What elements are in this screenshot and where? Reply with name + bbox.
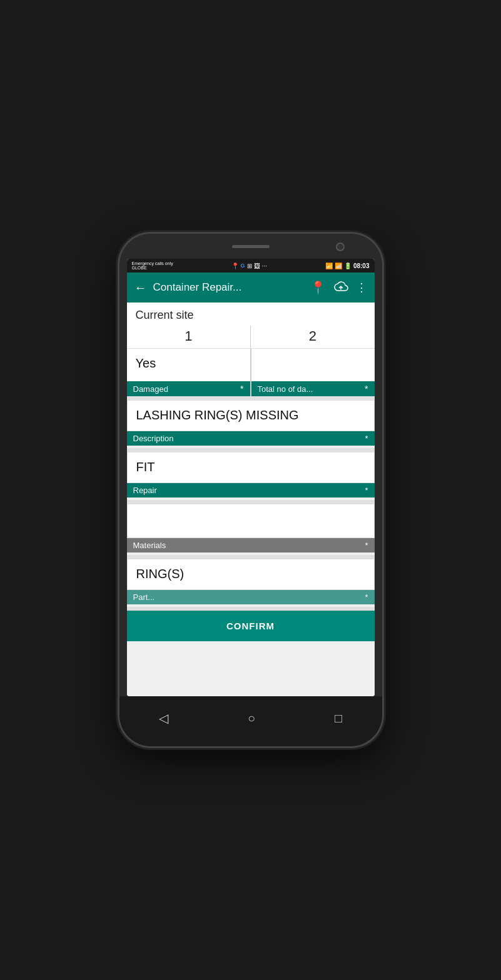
signal-icon: 📶 <box>335 262 342 269</box>
total-damage-label: Total no of da... * <box>251 381 375 396</box>
time-display: 08:03 <box>353 262 370 269</box>
emergency-text: Emergency calls only <box>132 261 173 266</box>
parts-label: Part... * <box>127 590 375 604</box>
repair-required: * <box>365 486 368 495</box>
google-icon: G <box>241 262 245 269</box>
parts-label-text: Part... <box>133 592 155 602</box>
status-icons: 📍 G ⊞ 🖼 ··· <box>231 262 267 269</box>
more-icon: ··· <box>262 262 267 269</box>
phone-shell: Emergency calls only GLOBE 📍 G ⊞ 🖼 ··· 📶… <box>119 234 382 746</box>
total-damage-block: Total no of da... * <box>251 349 375 396</box>
materials-value[interactable] <box>127 504 375 538</box>
repair-value[interactable]: FIT <box>127 452 375 483</box>
repair-block: FIT Repair * <box>127 452 375 498</box>
confirm-button[interactable]: CONFIRM <box>127 611 375 641</box>
repair-label: Repair * <box>127 483 375 498</box>
materials-label-text: Materials <box>133 541 166 550</box>
main-content: Current site 1 2 Yes Damaged * <box>127 302 375 696</box>
back-button[interactable]: ← <box>134 281 147 295</box>
total-damage-required: * <box>365 384 368 394</box>
recent-nav-button[interactable]: □ <box>330 706 347 731</box>
parts-block: RING(S) Part... * <box>127 559 375 604</box>
col-header-1: 1 <box>127 326 251 348</box>
repair-label-text: Repair <box>133 486 157 495</box>
description-label-text: Description <box>133 434 174 443</box>
description-label: Description * <box>127 431 375 446</box>
damaged-label-text: Damaged <box>133 384 168 394</box>
screen: Emergency calls only GLOBE 📍 G ⊞ 🖼 ··· 📶… <box>127 259 375 696</box>
status-right: 📶 📶 🔋 08:03 <box>325 262 370 269</box>
status-left: Emergency calls only GLOBE <box>132 261 173 270</box>
col-header-2: 2 <box>251 326 375 348</box>
total-damage-value[interactable] <box>251 349 375 381</box>
description-value[interactable]: LASHING RING(S) MISSING <box>127 400 375 431</box>
current-site-label: Current site <box>136 309 194 321</box>
home-nav-button[interactable]: ○ <box>243 706 260 731</box>
current-site-header: Current site <box>127 302 375 326</box>
cloud-upload-icon[interactable] <box>333 280 348 296</box>
battery-icon: 🔋 <box>344 262 352 269</box>
back-nav-button[interactable]: ◁ <box>154 706 173 731</box>
description-required: * <box>365 434 368 443</box>
damaged-label: Damaged * <box>127 381 250 396</box>
column-headers: 1 2 <box>127 326 375 349</box>
yes-value[interactable]: Yes <box>127 349 250 381</box>
damage-no-block: Yes Damaged * <box>127 349 251 396</box>
bottom-nav: ◁ ○ □ <box>119 696 382 746</box>
total-damage-label-text: Total no of da... <box>258 384 313 394</box>
front-camera <box>336 242 345 251</box>
parts-value[interactable]: RING(S) <box>127 559 375 590</box>
damaged-required: * <box>240 384 243 394</box>
gallery-icon: 🖼 <box>254 262 260 269</box>
description-block: LASHING RING(S) MISSING Description * <box>127 400 375 446</box>
app-bar: ← Container Repair... 📍 ⋮ <box>127 272 375 302</box>
location-pin-icon[interactable]: 📍 <box>310 280 326 295</box>
app-title: Container Repair... <box>153 281 304 294</box>
apps-icon: ⊞ <box>247 262 252 269</box>
materials-required: * <box>365 541 368 550</box>
status-bar: Emergency calls only GLOBE 📍 G ⊞ 🖼 ··· 📶… <box>127 259 375 272</box>
damage-fields-row: Yes Damaged * Total no of da... * <box>127 349 375 396</box>
materials-block: Materials * <box>127 504 375 552</box>
carrier-text: GLOBE <box>132 266 173 270</box>
parts-required: * <box>365 592 368 602</box>
location-status-icon: 📍 <box>231 262 239 269</box>
more-menu-icon[interactable]: ⋮ <box>356 281 367 294</box>
materials-label: Materials * <box>127 538 375 552</box>
app-bar-icons: 📍 ⋮ <box>310 280 367 296</box>
wifi-icon: 📶 <box>325 262 333 269</box>
